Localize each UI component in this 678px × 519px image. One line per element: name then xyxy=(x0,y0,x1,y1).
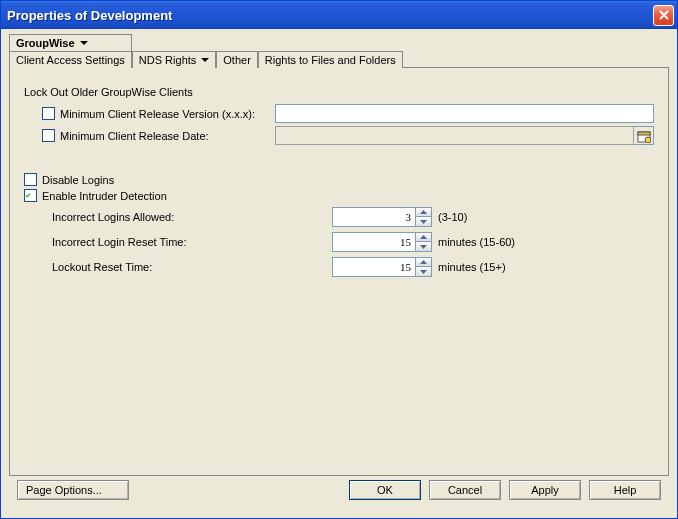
content-area: GroupWise Client Access Settings NDS Rig… xyxy=(1,29,677,518)
tab-label: NDS Rights xyxy=(139,54,196,66)
spin-down-button[interactable] xyxy=(416,217,431,226)
min-version-row: Minimum Client Release Version (x.x.x): xyxy=(42,104,654,123)
close-button[interactable] xyxy=(653,5,674,26)
spin-up-button[interactable] xyxy=(416,208,431,217)
chevron-up-icon xyxy=(420,260,427,264)
chevron-up-icon xyxy=(420,210,427,214)
tab-label: Other xyxy=(223,54,251,66)
enable-intruder-row: Enable Intruder Detection xyxy=(24,189,654,202)
tab-label: Rights to Files and Folders xyxy=(265,54,396,66)
min-date-label: Minimum Client Release Date: xyxy=(60,130,209,142)
window-title: Properties of Development xyxy=(7,8,653,23)
lockout-reset-suffix: minutes (15+) xyxy=(438,261,506,273)
section-header: Lock Out Older GroupWise Clients xyxy=(24,86,654,98)
incorrect-reset-suffix: minutes (15-60) xyxy=(438,236,515,248)
chevron-up-icon xyxy=(420,235,427,239)
apply-button[interactable]: Apply xyxy=(509,480,581,500)
incorrect-allowed-label: Incorrect Logins Allowed: xyxy=(52,211,332,223)
footer: Page Options... OK Cancel Apply Help xyxy=(9,476,669,510)
ok-button[interactable]: OK xyxy=(349,480,421,500)
incorrect-allowed-row: Incorrect Logins Allowed: (3-10) xyxy=(52,207,654,227)
page-options-button[interactable]: Page Options... xyxy=(17,480,129,500)
min-version-input[interactable] xyxy=(275,104,654,123)
min-version-label: Minimum Client Release Version (x.x.x): xyxy=(60,108,255,120)
tab-rights-files[interactable]: Rights to Files and Folders xyxy=(258,51,403,68)
chevron-down-icon xyxy=(201,58,209,62)
enable-intruder-label: Enable Intruder Detection xyxy=(42,190,167,202)
chevron-down-icon xyxy=(80,41,88,45)
spin-down-button[interactable] xyxy=(416,242,431,251)
panel: Lock Out Older GroupWise Clients Minimum… xyxy=(9,67,669,476)
tab-nds-rights[interactable]: NDS Rights xyxy=(132,51,216,68)
incorrect-allowed-suffix: (3-10) xyxy=(438,211,467,223)
min-date-checkbox[interactable] xyxy=(42,129,55,142)
help-button[interactable]: Help xyxy=(589,480,661,500)
cancel-button[interactable]: Cancel xyxy=(429,480,501,500)
incorrect-reset-label: Incorrect Login Reset Time: xyxy=(52,236,332,248)
min-version-checkbox[interactable] xyxy=(42,107,55,120)
titlebar: Properties of Development xyxy=(1,1,677,29)
chevron-down-icon xyxy=(420,245,427,249)
tab-sublabel: Client Access Settings xyxy=(10,52,131,68)
svg-rect-1 xyxy=(638,132,650,135)
calendar-icon xyxy=(637,129,651,143)
lockout-reset-label: Lockout Reset Time: xyxy=(52,261,332,273)
disable-logins-row: Disable Logins xyxy=(24,173,654,186)
spin-up-button[interactable] xyxy=(416,233,431,242)
svg-point-2 xyxy=(645,137,651,143)
incorrect-reset-row: Incorrect Login Reset Time: minutes (15-… xyxy=(52,232,654,252)
incorrect-allowed-input[interactable] xyxy=(332,207,416,227)
tab-groupwise[interactable]: GroupWise Client Access Settings xyxy=(9,34,132,68)
chevron-down-icon xyxy=(420,270,427,274)
min-date-row: Minimum Client Release Date: xyxy=(42,126,654,145)
spin-up-button[interactable] xyxy=(416,258,431,267)
incorrect-reset-input[interactable] xyxy=(332,232,416,252)
tab-label: GroupWise xyxy=(16,37,75,49)
chevron-down-icon xyxy=(420,220,427,224)
close-icon xyxy=(658,9,670,21)
tab-other[interactable]: Other xyxy=(216,51,258,68)
date-picker-button[interactable] xyxy=(634,126,654,145)
spin-down-button[interactable] xyxy=(416,267,431,276)
tab-bar: GroupWise Client Access Settings NDS Rig… xyxy=(9,34,669,68)
enable-intruder-checkbox[interactable] xyxy=(24,189,37,202)
min-date-input[interactable] xyxy=(275,126,634,145)
lockout-reset-row: Lockout Reset Time: minutes (15+) xyxy=(52,257,654,277)
properties-window: Properties of Development GroupWise Clie… xyxy=(0,0,678,519)
lockout-reset-input[interactable] xyxy=(332,257,416,277)
disable-logins-checkbox[interactable] xyxy=(24,173,37,186)
disable-logins-label: Disable Logins xyxy=(42,174,114,186)
